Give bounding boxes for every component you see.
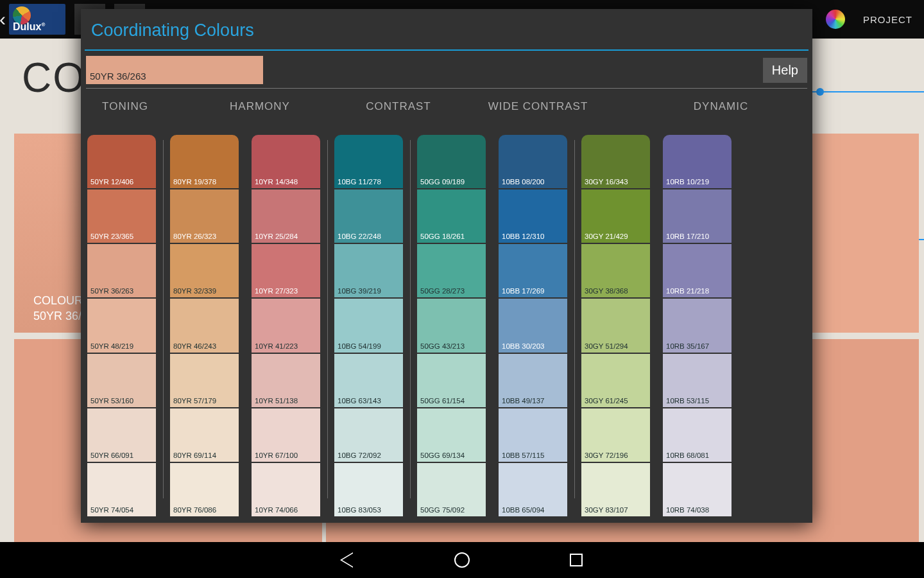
edit-slider-1[interactable] bbox=[809, 91, 924, 92]
swatch-code: 50YR 74/054 bbox=[87, 506, 133, 516]
colour-swatch[interactable]: 50YR 74/054 bbox=[87, 463, 156, 516]
colour-swatch[interactable]: 10BG 72/092 bbox=[334, 408, 403, 463]
colour-swatch[interactable]: 10YR 74/066 bbox=[252, 463, 320, 516]
colour-swatch[interactable]: 50YR 12/406 bbox=[87, 135, 156, 189]
swatch-code: 10YR 14/348 bbox=[252, 178, 298, 188]
colour-swatch[interactable]: 50GG 69/134 bbox=[417, 408, 486, 463]
colour-swatch[interactable]: 80YR 32/339 bbox=[170, 244, 239, 299]
colour-swatch[interactable]: 50YR 53/160 bbox=[87, 354, 156, 408]
swatch-strip: 10YR 14/34810YR 25/28410YR 27/32310YR 41… bbox=[252, 135, 320, 516]
colour-swatch[interactable]: 10BB 57/115 bbox=[499, 408, 567, 463]
colour-swatch[interactable]: 50YR 36/263 bbox=[87, 244, 156, 299]
colour-swatch[interactable]: 10RB 68/081 bbox=[663, 408, 732, 463]
category-contrast[interactable]: CONTRAST bbox=[350, 100, 447, 113]
swatch-code: 10BG 11/278 bbox=[334, 178, 381, 188]
colour-swatch[interactable]: 30GY 16/343 bbox=[581, 135, 650, 189]
swatch-code: 10RB 74/038 bbox=[663, 506, 709, 516]
colour-swatch[interactable]: 80YR 46/243 bbox=[170, 299, 239, 353]
swatch-code: 10BB 65/094 bbox=[499, 506, 545, 516]
colour-swatch[interactable]: 10YR 51/138 bbox=[252, 354, 320, 408]
nav-home-icon[interactable] bbox=[453, 551, 471, 569]
colour-swatch[interactable]: 30GY 38/368 bbox=[581, 244, 650, 299]
colour-swatch[interactable]: 50GG 43/213 bbox=[417, 299, 486, 353]
swatch-code: 30GY 61/245 bbox=[581, 397, 628, 407]
colour-swatch[interactable]: 50GG 61/154 bbox=[417, 354, 486, 408]
swatch-columns: 50YR 12/40650YR 23/36550YR 36/26350YR 48… bbox=[87, 135, 806, 516]
colour-swatch[interactable]: 80YR 76/086 bbox=[170, 463, 239, 516]
colour-swatch[interactable]: 10YR 25/284 bbox=[252, 189, 320, 244]
colour-swatch[interactable]: 50YR 23/365 bbox=[87, 189, 156, 244]
colour-swatch[interactable]: 10RB 21/218 bbox=[663, 244, 732, 299]
colour-swatch[interactable]: 50GG 09/189 bbox=[417, 135, 486, 189]
colour-swatch[interactable]: 10RB 74/038 bbox=[663, 463, 732, 516]
colour-swatch[interactable]: 10YR 14/348 bbox=[252, 135, 320, 189]
category-dynamic[interactable]: DYNAMIC bbox=[629, 100, 812, 113]
colour-swatch[interactable]: 10YR 41/223 bbox=[252, 299, 320, 353]
brand-logo[interactable]: Dulux® bbox=[9, 4, 65, 35]
selected-colour-chip[interactable]: 50YR 36/263 bbox=[86, 56, 263, 84]
colour-swatch[interactable]: 10RB 10/219 bbox=[663, 135, 732, 189]
colour-swatch[interactable]: 50GG 18/261 bbox=[417, 189, 486, 244]
colour-swatch[interactable]: 10BG 11/278 bbox=[334, 135, 403, 189]
colour-swatch[interactable]: 10BB 12/310 bbox=[499, 189, 567, 244]
swatch-strip: 80YR 19/37880YR 26/32380YR 32/33980YR 46… bbox=[170, 135, 239, 516]
colour-swatch[interactable]: 10BB 30/203 bbox=[499, 299, 567, 353]
colour-swatch[interactable]: 10BG 54/199 bbox=[334, 299, 403, 353]
colour-swatch[interactable]: 50GG 75/092 bbox=[417, 463, 486, 516]
colour-swatch[interactable]: 10BG 63/143 bbox=[334, 354, 403, 408]
group-separator bbox=[567, 135, 581, 516]
swatch-code: 10BB 57/115 bbox=[499, 451, 545, 462]
swatch-code: 30GY 16/343 bbox=[581, 178, 628, 188]
colour-swatch[interactable]: 30GY 51/294 bbox=[581, 299, 650, 353]
colour-swatch[interactable]: 30GY 61/245 bbox=[581, 354, 650, 408]
swatch-code: 10YR 27/323 bbox=[252, 287, 298, 297]
colour-swatch[interactable]: 10BG 83/053 bbox=[334, 463, 403, 516]
swatch-code: 50YR 12/406 bbox=[87, 178, 133, 188]
colour-swatch[interactable]: 10YR 27/323 bbox=[252, 244, 320, 299]
category-wide-contrast[interactable]: WIDE CONTRAST bbox=[447, 100, 629, 113]
swatch-code: 10BG 72/092 bbox=[334, 451, 381, 462]
project-button[interactable]: PROJECT bbox=[863, 14, 912, 25]
colour-swatch[interactable]: 30GY 83/107 bbox=[581, 463, 650, 516]
colour-swatch[interactable]: 30GY 21/429 bbox=[581, 189, 650, 244]
category-harmony[interactable]: HARMONY bbox=[169, 100, 350, 113]
back-icon[interactable]: ‹ bbox=[0, 8, 8, 30]
swatch-code: 10BG 22/248 bbox=[334, 232, 381, 243]
colour-swatch[interactable]: 80YR 26/323 bbox=[170, 189, 239, 244]
colour-swatch[interactable]: 10YR 67/100 bbox=[252, 408, 320, 463]
colour-swatch[interactable]: 10BB 65/094 bbox=[499, 463, 567, 516]
swatch-code: 50GG 28/273 bbox=[417, 287, 465, 297]
colour-swatch[interactable]: 10BG 22/248 bbox=[334, 189, 403, 244]
swatch-code: 10BB 49/137 bbox=[499, 397, 545, 407]
coordinating-colours-modal: Coordinating Colours 50YR 36/263 Help TO… bbox=[81, 9, 812, 523]
swatch-code: 30GY 21/429 bbox=[581, 232, 628, 243]
colour-swatch[interactable]: 80YR 19/378 bbox=[170, 135, 239, 189]
colour-swatch[interactable]: 10RB 17/210 bbox=[663, 189, 732, 244]
colour-swatch[interactable]: 10RB 53/115 bbox=[663, 354, 732, 408]
swatch-code: 10RB 17/210 bbox=[663, 232, 709, 243]
colour-swatch[interactable]: 30GY 72/196 bbox=[581, 408, 650, 463]
swatch-code: 50GG 69/134 bbox=[417, 451, 465, 462]
colour-swatch[interactable]: 10BG 39/219 bbox=[334, 244, 403, 299]
colour-wheel-icon[interactable] bbox=[826, 10, 845, 29]
category-toning[interactable]: TONING bbox=[81, 100, 169, 113]
swatch-strip: 50YR 12/40650YR 23/36550YR 36/26350YR 48… bbox=[87, 135, 156, 516]
swatch-code: 10RB 21/218 bbox=[663, 287, 709, 297]
swatch-code: 10YR 67/100 bbox=[252, 451, 298, 462]
nav-back-icon[interactable] bbox=[339, 551, 357, 569]
help-button[interactable]: Help bbox=[763, 58, 807, 83]
colour-swatch[interactable]: 10BB 08/200 bbox=[499, 135, 567, 189]
colour-swatch[interactable]: 10BB 17/269 bbox=[499, 244, 567, 299]
colour-swatch[interactable]: 80YR 69/114 bbox=[170, 408, 239, 463]
swatch-code: 30GY 72/196 bbox=[581, 451, 628, 462]
swatch-code: 10BG 39/219 bbox=[334, 287, 381, 297]
colour-swatch[interactable]: 50YR 48/219 bbox=[87, 299, 156, 353]
swatch-code: 30GY 38/368 bbox=[581, 287, 628, 297]
colour-swatch[interactable]: 50YR 66/091 bbox=[87, 408, 156, 463]
colour-swatch[interactable]: 50GG 28/273 bbox=[417, 244, 486, 299]
colour-swatch[interactable]: 10BB 49/137 bbox=[499, 354, 567, 408]
colour-swatch[interactable]: 80YR 57/179 bbox=[170, 354, 239, 408]
swatch-code: 10BG 63/143 bbox=[334, 397, 381, 407]
colour-swatch[interactable]: 10RB 35/167 bbox=[663, 299, 732, 353]
nav-recent-icon[interactable] bbox=[567, 551, 585, 569]
